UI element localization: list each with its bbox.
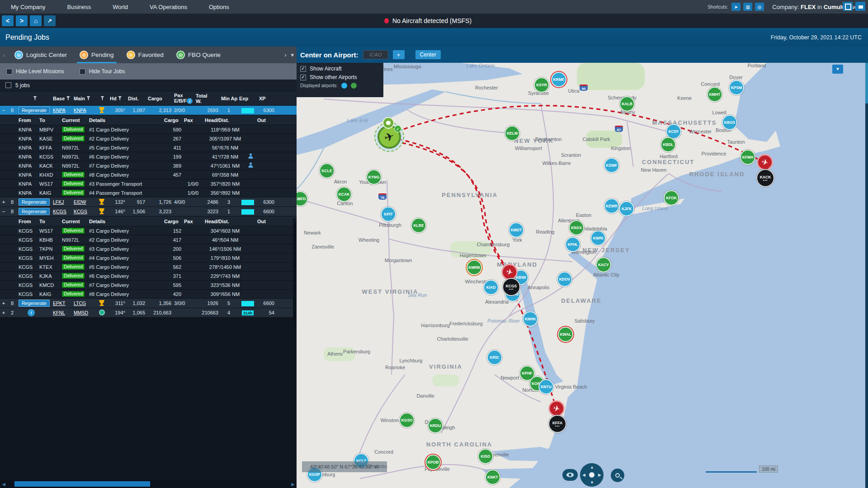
airport-marker-KRDU[interactable]: KRDU bbox=[428, 418, 443, 433]
airport-marker-KRIC[interactable]: KRIC bbox=[487, 350, 502, 365]
tab-logistic-center[interactable]: ⊛Logistic Center bbox=[8, 47, 73, 63]
map-canvas[interactable]: NEW YORKPENNSYLVANIAMARYLANDWEST VIRGINI… bbox=[297, 63, 868, 488]
airport-marker-KJFK[interactable]: KJFK bbox=[619, 201, 634, 216]
main-airport-link[interactable]: KNPA bbox=[74, 108, 86, 113]
pan-up-icon[interactable]: ▲ bbox=[590, 465, 594, 469]
home-button[interactable]: ⌂ bbox=[30, 15, 42, 26]
scroll-left-icon[interactable]: ◀ bbox=[0, 480, 7, 488]
show-aircraft-checkbox[interactable]: Show Aircraft bbox=[300, 66, 380, 72]
base-airport-link[interactable]: KNPA bbox=[53, 108, 66, 113]
airport-marker-KWAL[interactable]: KWAL bbox=[558, 327, 573, 342]
show-other-airports-checkbox[interactable]: Show other Airports bbox=[300, 74, 380, 80]
pax-info-icon[interactable]: i bbox=[187, 98, 193, 104]
expand-collapse-icon[interactable]: − bbox=[1, 209, 6, 214]
job-group-row[interactable]: +8RegenerateEPKTLTCGY311°1,0321,3563/0/0… bbox=[0, 299, 297, 308]
airport-marker-KMRB[interactable]: KMRB bbox=[467, 260, 482, 275]
airport-marker-KPHL[interactable]: KPHL bbox=[565, 237, 580, 252]
airport-marker-KCAK[interactable]: KCAK bbox=[336, 187, 352, 202]
menu-item-my-company[interactable]: My Company bbox=[0, 4, 57, 10]
airport-marker-KNXX[interactable]: KNXX bbox=[569, 220, 584, 235]
expand-collapse-icon[interactable]: + bbox=[1, 199, 6, 205]
expand-collapse-icon[interactable]: + bbox=[1, 310, 6, 315]
arrival-plane-marker-KACK[interactable]: ✈ bbox=[757, 154, 773, 170]
main-airport-link[interactable]: MMSD bbox=[74, 310, 88, 315]
regenerate-button[interactable]: Regenerate bbox=[19, 300, 50, 307]
select-all-checkbox[interactable] bbox=[5, 82, 11, 88]
base-airport-link[interactable]: LFKJ bbox=[53, 199, 64, 205]
airport-marker-KDOV[interactable]: KDOV bbox=[557, 272, 572, 287]
airport-marker-KNHK[interactable]: KNHK bbox=[523, 311, 538, 327]
base-airport-link[interactable]: KFNL bbox=[53, 310, 65, 315]
bird-icon[interactable]: ➤ bbox=[731, 3, 741, 11]
job-group-row[interactable]: +8RegenerateLFKJEIDWY132°9171,7264/0/024… bbox=[0, 197, 297, 207]
airport-marker-KSWF[interactable]: KSWF bbox=[604, 158, 619, 173]
menu-item-business[interactable]: Business bbox=[57, 4, 102, 10]
add-airport-button[interactable]: + bbox=[393, 50, 405, 59]
airport-marker-KIAD[interactable]: KIAD bbox=[483, 280, 499, 295]
airport-marker-KFMH[interactable]: KFMH bbox=[740, 150, 755, 165]
filter-funnel-icon[interactable] bbox=[100, 96, 104, 100]
airport-marker-KPIT[interactable]: KPIT bbox=[381, 206, 396, 222]
tab-fbo-querie[interactable]: ⊛FBO Querie bbox=[170, 47, 227, 63]
forward-button[interactable]: > bbox=[16, 15, 28, 26]
airport-marker-KBOS[interactable]: KBOS bbox=[722, 115, 737, 130]
hide-tour-jobs-checkbox[interactable]: Hide Tour Jobs bbox=[80, 68, 125, 75]
scrollbar-thumb[interactable] bbox=[14, 481, 150, 487]
center-button[interactable]: Center bbox=[415, 50, 441, 59]
menu-item-world[interactable]: World bbox=[102, 4, 139, 10]
pan-left-icon[interactable]: ◀ bbox=[582, 473, 585, 477]
back-button[interactable]: < bbox=[2, 15, 14, 26]
airport-marker-KEWR[interactable]: KEWR bbox=[604, 198, 619, 214]
airport-marker-KMDT[interactable]: KMDT bbox=[509, 222, 524, 238]
filter-funnel-icon[interactable] bbox=[86, 96, 90, 100]
base-airport-link[interactable]: KCGS bbox=[53, 209, 66, 214]
tabs-scroll-left-icon[interactable]: ‹ bbox=[0, 49, 8, 61]
airport-marker-KNTU[interactable]: KNTU bbox=[538, 379, 554, 394]
expand-collapse-icon[interactable]: + bbox=[1, 300, 6, 306]
arrival-plane-marker-KFFA[interactable]: ✈ bbox=[548, 400, 565, 417]
airport-marker-KCLE[interactable]: KCLE bbox=[319, 163, 335, 178]
expand-collapse-icon[interactable]: − bbox=[1, 108, 6, 113]
tab-favorited[interactable]: ⊛Favorited bbox=[120, 47, 170, 63]
airport-marker-KBDL[interactable]: KBDL bbox=[660, 137, 676, 152]
regenerate-button[interactable]: Regenerate bbox=[19, 198, 50, 206]
filter-funnel-icon[interactable] bbox=[66, 96, 70, 100]
target-icon[interactable]: ◎ bbox=[755, 3, 764, 11]
tabs-dropdown-icon[interactable]: ▾ bbox=[291, 52, 294, 58]
airport-marker-KNKT[interactable]: KNKT bbox=[485, 469, 500, 485]
airport-marker-KELM[interactable]: KELM bbox=[505, 126, 520, 141]
main-airport-link[interactable]: EIDW bbox=[74, 199, 86, 205]
airport-marker-KLBE[interactable]: KLBE bbox=[411, 218, 426, 233]
airport-marker-KMHT[interactable]: KMHT bbox=[707, 87, 722, 102]
destination-marker-KFFA[interactable]: KFFA••• bbox=[548, 415, 566, 433]
map-vertical-scrollbar[interactable] bbox=[865, 63, 868, 488]
menu-item-va-operations[interactable]: VA Operations bbox=[139, 4, 198, 10]
base-airport-link[interactable]: EPKT bbox=[53, 300, 65, 306]
bars-icon[interactable]: ▥ bbox=[743, 3, 752, 11]
pan-control[interactable]: ▲ ▼ ◀ ▶ bbox=[580, 463, 604, 487]
pan-right-icon[interactable]: ▶ bbox=[598, 473, 601, 477]
destination-marker-KACK[interactable]: KACK••• bbox=[756, 169, 774, 187]
airport-marker-KFOK[interactable]: KFOK bbox=[664, 190, 679, 206]
icao-input[interactable] bbox=[363, 50, 388, 59]
regenerate-button[interactable]: Regenerate bbox=[19, 107, 50, 114]
restore-icon[interactable] bbox=[855, 2, 865, 11]
job-group-row[interactable]: −8RegenerateKCGSKCGSY146°1,5063,22332231… bbox=[0, 207, 297, 216]
pan-down-icon[interactable]: ▼ bbox=[590, 480, 594, 485]
tab-pending[interactable]: ⊛Pending bbox=[73, 47, 120, 63]
filter-funnel-icon[interactable] bbox=[33, 96, 37, 100]
airport-marker-KWRI[interactable]: KWRI bbox=[590, 230, 606, 246]
airport-marker-KISO[interactable]: KISO bbox=[478, 449, 493, 464]
airport-marker-KSYR[interactable]: KSYR bbox=[534, 77, 549, 93]
job-group-row[interactable]: −8RegenerateKNPAKNPAY305°1,0972,3132/0/0… bbox=[0, 106, 297, 115]
airport-marker-KPSM[interactable]: KPSM bbox=[729, 80, 744, 95]
vertical-scrollbar[interactable]: ⋮ bbox=[293, 218, 297, 327]
tabs-scroll-right-icon[interactable]: › bbox=[284, 52, 286, 58]
airport-marker-KALB[interactable]: KALB bbox=[619, 96, 635, 112]
regenerate-button[interactable]: Regenerate bbox=[19, 208, 50, 215]
menu-item-options[interactable]: Options bbox=[198, 4, 240, 10]
main-airport-link[interactable]: KCGS bbox=[74, 209, 87, 214]
job-info-icon[interactable]: i bbox=[28, 309, 35, 316]
airport-marker-KGSO[interactable]: KGSO bbox=[399, 413, 415, 428]
airport-marker-KPOB[interactable]: KPOB bbox=[425, 455, 441, 470]
